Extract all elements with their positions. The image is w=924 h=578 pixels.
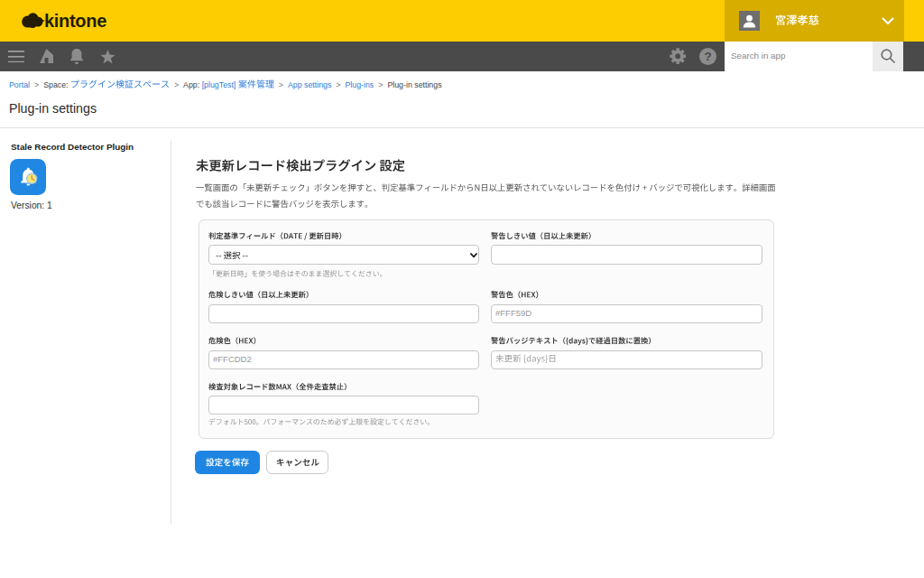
svg-text:?: ? (704, 50, 711, 63)
